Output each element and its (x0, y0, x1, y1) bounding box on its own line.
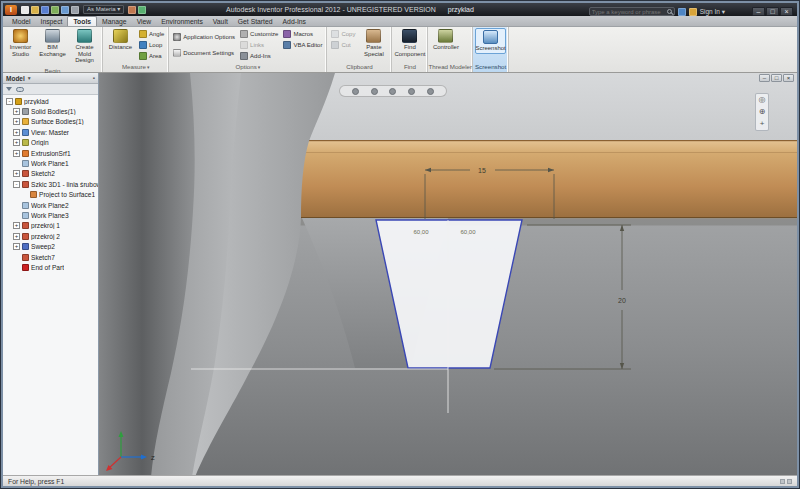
tab-environments[interactable]: Environments (156, 17, 208, 26)
find-component-button[interactable]: Find Component (394, 28, 425, 58)
undo-icon[interactable] (51, 6, 59, 14)
panel-caption-measure[interactable]: Measure▾ (103, 62, 168, 72)
navigation-bar[interactable]: ◎ ⊕ + (755, 93, 769, 131)
tree-item-przyklad[interactable]: - przyklad (3, 96, 98, 106)
dimension-height-value[interactable]: 20 (618, 297, 626, 304)
tree-item-surface-bodies[interactable]: + Surface Bodies(1) (3, 117, 98, 127)
links-button[interactable]: Links (238, 40, 280, 50)
document-minimize-button[interactable]: – (759, 74, 770, 82)
return-icon[interactable] (128, 6, 136, 14)
browser-header[interactable]: Model ▼ ▪ (3, 73, 98, 84)
minimize-button[interactable]: – (752, 7, 765, 16)
tab-manage[interactable]: Manage (97, 17, 132, 26)
macros-button[interactable]: Macros (281, 29, 324, 39)
browser-header-dropdown-icon[interactable]: ▼ (27, 75, 32, 81)
expand-toggle[interactable] (13, 202, 20, 209)
app-menu-button[interactable]: I (5, 5, 17, 15)
paste-special-button[interactable]: Paste Special (358, 28, 389, 58)
redo-icon[interactable] (61, 6, 69, 14)
print-icon[interactable] (71, 6, 79, 14)
favorites-icon[interactable] (689, 8, 697, 16)
expand-toggle[interactable]: + (13, 118, 20, 125)
sign-in-button[interactable]: Sign In ▾ (700, 8, 725, 16)
expand-toggle[interactable]: + (13, 243, 20, 250)
filter-icon[interactable] (6, 87, 12, 91)
tab-inspect[interactable]: Inspect (36, 17, 68, 26)
document-settings-button[interactable]: Document Settings (171, 45, 237, 60)
tree-item-work-plane2[interactable]: Work Plane2 (3, 200, 98, 210)
tree-item-przekroj2[interactable]: + przekrój 2 (3, 231, 98, 241)
vba-editor-button[interactable]: VBA Editor (281, 40, 324, 50)
resize-grip[interactable] (787, 479, 792, 484)
search-input[interactable] (592, 9, 666, 15)
tree-item-szkic-3d1[interactable]: - Szkic 3D1 - linia śrubowa (3, 179, 98, 189)
loop-button[interactable]: Loop (137, 40, 166, 50)
tree-item-end-of-part[interactable]: End of Part (3, 262, 98, 272)
cut-button[interactable]: Cut (329, 40, 357, 50)
tree-item-sweep2[interactable]: + Sweep2 (3, 241, 98, 251)
application-options-button[interactable]: Application Options (171, 29, 237, 44)
viewport-canvas[interactable]: 15 20 60,00 60,00 (99, 73, 797, 477)
tab-vault[interactable]: Vault (208, 17, 233, 26)
customize-button[interactable]: Customize (238, 29, 280, 39)
search-icon[interactable] (667, 9, 672, 14)
expand-toggle[interactable] (13, 160, 20, 167)
copy-button[interactable]: Copy (329, 29, 357, 39)
orbit-icon[interactable] (408, 88, 415, 95)
pan-tool-icon[interactable]: + (760, 120, 765, 128)
browser-undock-icon[interactable]: ▪ (93, 75, 95, 81)
add-ins-button[interactable]: Add-Ins (238, 51, 280, 61)
tree-item-origin[interactable]: + Origin (3, 138, 98, 148)
tree-item-project-to-surface1[interactable]: Project to Surface1 (3, 190, 98, 200)
open-icon[interactable] (31, 6, 39, 14)
bim-exchange-button[interactable]: BIM Exchange (37, 28, 68, 58)
tree-item-sketch2[interactable]: + Sketch2 (3, 169, 98, 179)
update-icon[interactable] (138, 6, 146, 14)
expand-toggle[interactable]: + (13, 222, 20, 229)
dimension-angle-right[interactable]: 60,00 (460, 229, 476, 235)
save-icon[interactable] (41, 6, 49, 14)
pan-icon[interactable] (371, 88, 378, 95)
controller-button[interactable]: Controller (430, 28, 461, 52)
tree-item-work-plane3[interactable]: Work Plane3 (3, 210, 98, 220)
expand-toggle[interactable] (13, 264, 20, 271)
expand-toggle[interactable]: + (13, 108, 20, 115)
panel-caption-options[interactable]: Options▾ (169, 62, 326, 72)
tree-item-extrusionsrf1[interactable]: + ExtrusionSrf1 (3, 148, 98, 158)
document-close-button[interactable]: × (783, 74, 794, 82)
tree-item-view-master[interactable]: + View: Master (3, 127, 98, 137)
tree-item-work-plane1[interactable]: Work Plane1 (3, 158, 98, 168)
tab-get-started[interactable]: Get Started (233, 17, 278, 26)
communication-center-icon[interactable] (678, 8, 686, 16)
search-box[interactable] (589, 7, 675, 16)
expand-toggle[interactable]: - (13, 181, 20, 188)
navigation-wheel-icon[interactable] (352, 88, 359, 95)
expand-toggle[interactable]: + (13, 170, 20, 177)
dimension-width-value[interactable]: 15 (478, 167, 486, 174)
tab-model[interactable]: Model (7, 17, 36, 26)
inventor-studio-button[interactable]: Inventor Studio (5, 28, 36, 58)
expand-toggle[interactable]: + (13, 233, 20, 240)
tree-item-sketch7[interactable]: Sketch7 (3, 252, 98, 262)
look-at-icon[interactable] (427, 88, 434, 95)
expand-toggle[interactable]: - (6, 98, 13, 105)
create-mold-design-button[interactable]: Create Mold Design (69, 28, 100, 65)
panel-caption-thread-modeler[interactable]: Thread Modeler (428, 62, 472, 72)
tab-tools[interactable]: Tools (67, 16, 97, 26)
tab-add-ins[interactable]: Add-Ins (278, 17, 311, 26)
expand-toggle[interactable]: + (13, 129, 20, 136)
tree-item-przekroj1[interactable]: + przekrój 1 (3, 221, 98, 231)
zoom-icon[interactable] (389, 88, 396, 95)
expand-toggle[interactable] (21, 191, 28, 198)
expand-toggle[interactable] (13, 254, 20, 261)
steering-wheel-icon[interactable]: ◎ (759, 96, 766, 104)
status-icon[interactable] (780, 479, 785, 484)
browser-search-icon[interactable] (16, 87, 24, 92)
expand-toggle[interactable]: + (13, 150, 20, 157)
new-document-icon[interactable] (21, 6, 29, 14)
floating-toolbar[interactable] (339, 85, 447, 97)
expand-toggle[interactable] (13, 212, 20, 219)
maximize-button[interactable]: □ (766, 7, 779, 16)
angle-button[interactable]: Angle (137, 29, 166, 39)
close-button[interactable]: × (780, 7, 793, 16)
